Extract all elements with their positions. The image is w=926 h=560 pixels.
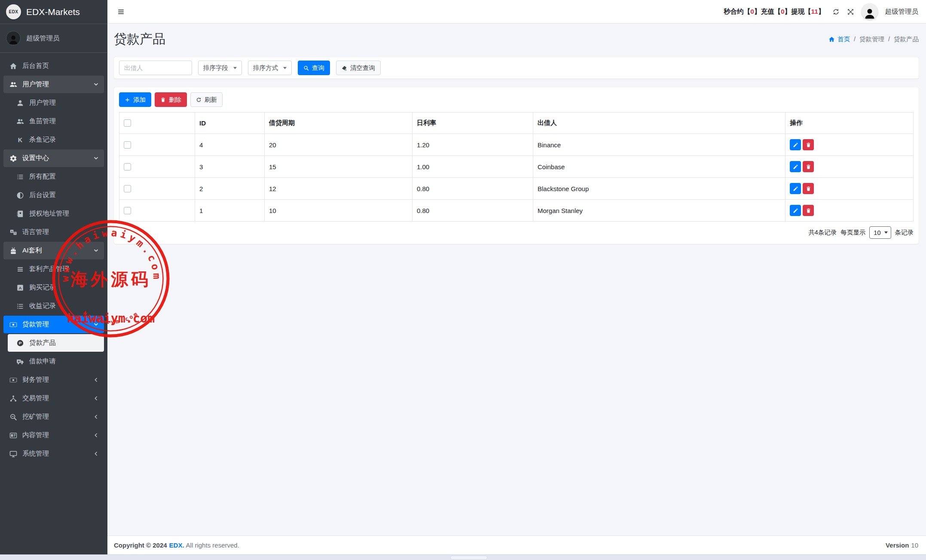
pencil-icon xyxy=(793,142,798,148)
refresh-button[interactable]: 刷新 xyxy=(190,92,223,107)
row-checkbox[interactable] xyxy=(124,185,131,192)
sidebar: EDX EDX-Markets 超级管理员 后台首页 用户管理 用户管理 鱼苗管… xyxy=(0,0,107,554)
search-button[interactable]: 查询 xyxy=(298,61,330,75)
sidebar-item-backend-settings[interactable]: 后台设置 xyxy=(3,186,104,204)
avatar[interactable] xyxy=(862,3,878,20)
cell-lender: Morgan Stanley xyxy=(533,200,785,222)
edit-button[interactable] xyxy=(790,183,801,194)
table-row: 3 15 1.00 Coinbase xyxy=(119,156,914,178)
menu-toggle-icon[interactable] xyxy=(117,8,125,16)
per-page-select[interactable]: 10 xyxy=(869,226,891,239)
delete-row-button[interactable] xyxy=(803,161,814,172)
svg-text:P: P xyxy=(19,341,22,345)
col-header-lender: 出借人 xyxy=(533,113,785,134)
chevron-left-icon xyxy=(93,396,99,401)
fullscreen-icon[interactable] xyxy=(847,8,854,15)
robot-icon xyxy=(9,247,17,255)
pencil-icon xyxy=(793,186,798,192)
cell-period: 20 xyxy=(265,134,413,156)
content-area: 贷款产品 首页 / 贷款管理 / 贷款产品 排序字段 排序方式 xyxy=(107,24,926,554)
refresh-icon xyxy=(196,97,202,103)
topbar-username: 超级管理员 xyxy=(885,7,919,16)
sidebar-item-mining-management[interactable]: 挖矿管理 xyxy=(3,408,104,426)
row-checkbox[interactable] xyxy=(124,141,131,149)
chevron-down-icon xyxy=(93,248,99,253)
delete-row-button[interactable] xyxy=(803,205,814,216)
caret-down-icon xyxy=(233,67,237,69)
scrollbar-thumb[interactable] xyxy=(450,556,487,560)
caret-down-icon xyxy=(283,67,287,69)
sidebar-item-auth-address[interactable]: 授权地址管理 xyxy=(3,205,104,222)
sort-order-select[interactable]: 排序方式 xyxy=(248,61,292,75)
sidebar-item-user-management[interactable]: 用户管理 xyxy=(3,76,104,93)
home-icon xyxy=(828,36,835,43)
cell-lender: Binance xyxy=(533,134,785,156)
col-header-rate: 日利率 xyxy=(413,113,533,134)
cell-id: 3 xyxy=(195,156,265,178)
notification-stats[interactable]: 秒合约【0】充值【0】提现【11】 xyxy=(724,7,825,16)
sidebar-item-loan-applications[interactable]: 借款申请 xyxy=(3,353,104,370)
cell-id: 4 xyxy=(195,134,265,156)
topbar: 秒合约【0】充值【0】提现【11】 超级管理员 xyxy=(107,0,926,24)
row-checkbox[interactable] xyxy=(124,163,131,170)
sidebar-item-dashboard[interactable]: 后台首页 xyxy=(3,57,104,75)
add-button[interactable]: 添加 xyxy=(119,92,151,107)
sidebar-item-purchase-records[interactable]: A购买记录 xyxy=(3,279,104,296)
sidebar-item-system-management[interactable]: 系统管理 xyxy=(3,445,104,463)
adjust-icon xyxy=(16,192,24,199)
caret-down-icon xyxy=(884,231,888,234)
cell-rate: 0.80 xyxy=(413,178,533,200)
money-icon xyxy=(9,376,17,384)
p-circle-icon: P xyxy=(16,339,24,347)
avatar xyxy=(6,31,21,46)
delete-row-button[interactable] xyxy=(803,139,814,150)
edit-button[interactable] xyxy=(790,205,801,216)
sidebar-item-kill-records[interactable]: K杀鱼记录 xyxy=(3,131,104,149)
breadcrumb-home-link[interactable]: 首页 xyxy=(828,35,850,43)
sidebar-item-loan-management[interactable]: 贷款管理 xyxy=(3,316,104,333)
address-book-icon xyxy=(16,210,24,218)
sidebar-item-profit-records[interactable]: 收益记录 xyxy=(3,297,104,315)
sidebar-item-language[interactable]: A文语言管理 xyxy=(3,223,104,241)
bars-icon xyxy=(16,265,24,273)
sidebar-item-arbitrage-products[interactable]: 套利产品管理 xyxy=(3,260,104,278)
footer-brand-link[interactable]: EDX. xyxy=(169,542,184,549)
row-checkbox[interactable] xyxy=(124,207,131,214)
clear-search-button[interactable]: 清空查询 xyxy=(336,61,381,75)
trash-icon xyxy=(806,164,811,170)
refresh-icon[interactable] xyxy=(832,8,840,15)
sidebar-item-ai-arbitrage[interactable]: AI套利 xyxy=(3,242,104,259)
brand[interactable]: EDX EDX-Markets xyxy=(0,0,107,24)
chevron-left-icon xyxy=(93,432,99,438)
lender-search-input[interactable] xyxy=(119,61,192,75)
per-page-suffix: 条记录 xyxy=(895,228,914,237)
delete-button[interactable]: 删除 xyxy=(155,92,187,107)
filter-bar: 排序字段 排序方式 查询 清空查询 xyxy=(114,57,919,79)
edit-button[interactable] xyxy=(790,139,801,150)
brand-name: EDX-Markets xyxy=(26,7,80,17)
sidebar-item-fry-management[interactable]: 鱼苗管理 xyxy=(3,113,104,130)
sidebar-item-user-admin[interactable]: 用户管理 xyxy=(3,94,104,112)
sidebar-item-all-config[interactable]: 所有配置 xyxy=(3,168,104,186)
user-panel[interactable]: 超级管理员 xyxy=(0,24,107,53)
home-icon xyxy=(9,62,17,70)
sidebar-item-settings-center[interactable]: 设置中心 xyxy=(3,149,104,167)
edit-button[interactable] xyxy=(790,161,801,172)
table-header-row: ID 借贷周期 日利率 出借人 操作 xyxy=(119,113,914,134)
users-icon xyxy=(16,118,24,125)
sidebar-item-loan-products[interactable]: P贷款产品 xyxy=(8,334,104,352)
sort-field-select[interactable]: 排序字段 xyxy=(198,61,242,75)
cell-period: 10 xyxy=(265,200,413,222)
user-name: 超级管理员 xyxy=(26,34,60,43)
horizontal-scrollbar xyxy=(0,554,926,560)
sidebar-item-trade-management[interactable]: 交易管理 xyxy=(3,390,104,407)
select-all-checkbox[interactable] xyxy=(124,119,131,127)
page-title: 贷款产品 xyxy=(114,30,165,48)
sidebar-item-content-management[interactable]: 内容管理 xyxy=(3,426,104,444)
cell-rate: 0.80 xyxy=(413,200,533,222)
delete-row-button[interactable] xyxy=(803,183,814,194)
chevron-left-icon xyxy=(93,377,99,383)
trash-icon xyxy=(806,208,811,213)
chevron-down-icon xyxy=(93,322,99,327)
sidebar-item-finance-management[interactable]: 财务管理 xyxy=(3,371,104,389)
